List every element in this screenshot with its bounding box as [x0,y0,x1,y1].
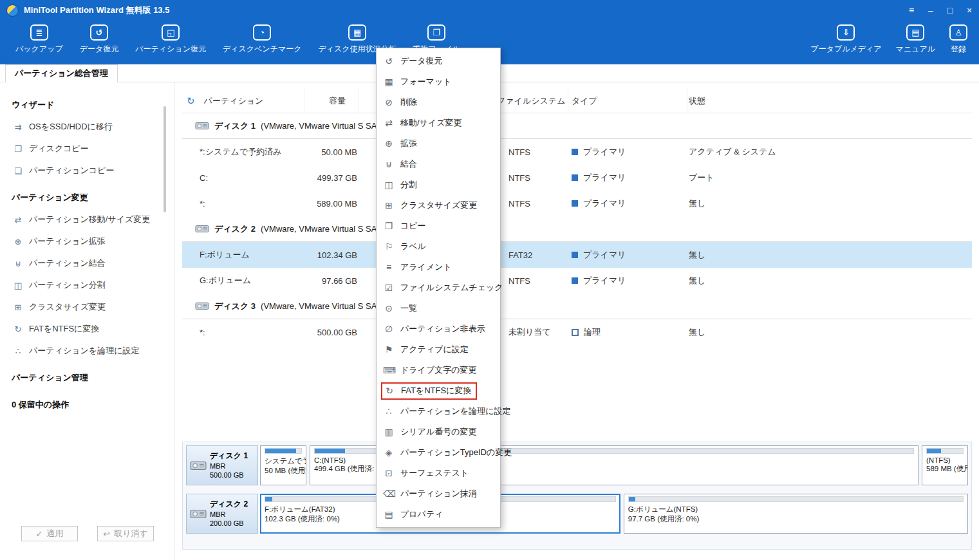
toolbar-item-label: パーティション復元 [135,44,206,55]
toolbar-item-partition-recovery[interactable]: ◱パーティション復元 [135,24,206,55]
context-menu-item-set-logical[interactable]: ∴パーティションを論理に設定 [377,401,500,422]
context-menu-item-change-type-id[interactable]: ◈パーティションTypeIDの変更 [377,442,500,463]
sidebar-item-move-resize[interactable]: ⇄パーティション移動/サイズ変更 [0,209,174,230]
context-menu-item-convert-fat-ntfs[interactable]: ↻FATをNTFSに変換 [377,380,500,401]
partition-row[interactable]: *:システムで予約済み50.00 MBNTFSプライマリアクティブ & システム [182,139,972,165]
tab-partition-management[interactable]: パーティション総合管理 [5,64,118,82]
context-menu-item-merge[interactable]: ⊎結合 [377,154,500,174]
sidebar-item-extend[interactable]: ⊕パーティション拡張 [0,230,174,252]
context-menu-item-hide-partition[interactable]: ∅パーティション非表示 [377,319,500,339]
context-menu-item-align[interactable]: ≡アライメント [377,257,500,277]
merge-icon: ⊎ [13,259,23,268]
check-file-system-icon: ☑ [383,283,395,293]
sidebar-item-partition-copy[interactable]: ❏パーティションコピー [0,160,174,182]
context-menu-item-format[interactable]: ▦フォーマット [377,71,500,92]
filesystem-cell: FAT32 [494,242,568,268]
context-menu-item-check-file-system[interactable]: ☑ファイルシステムチェック [377,277,500,298]
partition-row[interactable]: *:589.00 MBNTFSプライマリ無し [182,191,972,216]
close-button[interactable]: × [960,0,979,21]
pending-action-buttons: ✓ 適用 ↩ 取り消す [21,526,154,541]
disk-icon [190,459,207,472]
primary-square-icon [572,277,578,284]
context-menu-item-surface-test[interactable]: ⊡サーフェステスト [377,463,500,483]
disk-icon [190,507,207,521]
register-icon: ♙ [949,24,967,41]
context-menu-item-copy[interactable]: ❐コピー [377,216,500,236]
cluster-size-icon: ⊞ [13,303,23,312]
column-header-filesystem[interactable]: ファイルシステム [494,89,568,113]
column-header-filesystem-label: ファイルシステム [497,95,565,107]
disk-group-header[interactable]: ディスク 3(VMware, VMware Virtual S SAS, MBR… [182,294,972,319]
toolbar-item-register[interactable]: ♙登録 [949,24,967,55]
convert-fat-ntfs-icon: ↻ [13,324,23,334]
disk-map-partition[interactable]: G:ボリューム(NTFS)97.7 GB (使用済: 0%) [624,494,968,534]
maximize-button[interactable]: □ [940,0,960,21]
context-menu-item-label: FATをNTFSに変換 [401,385,471,397]
context-menu-item-properties[interactable]: ▤プロパティ [377,504,500,525]
context-menu-item-cluster-size[interactable]: ⊞クラスタサイズ変更 [377,195,500,216]
refresh-icon[interactable]: ↻ [187,95,195,107]
context-menu-item-delete[interactable]: ⊘削除 [377,92,500,113]
disk-map-legend-2[interactable]: ディスク 2MBR200.00 GB [186,494,258,534]
disk-map-legend-1[interactable]: ディスク 1MBR500.00 GB [186,445,258,485]
sidebar-item-merge[interactable]: ⊎パーティション結合 [0,252,174,274]
split-icon: ◫ [13,281,23,290]
toolbar-item-manual[interactable]: ▤マニュアル [896,24,935,55]
disk-map-disk-name: ディスク 1 [210,451,248,462]
context-menu-item-split[interactable]: ◫分割 [377,174,500,195]
sidebar-item-split[interactable]: ◫パーティション分割 [0,274,174,296]
partition-table: ↻ パーティション 容量 ファイルシステム タイプ 状態 [182,89,972,345]
apply-button[interactable]: ✓ 適用 [21,526,78,541]
partition-row[interactable]: C:499.37 GBNTFSプライマリブート [182,165,972,191]
sidebar-item-migrate-os[interactable]: ⇉OSをSSD/HDDに移行 [0,116,174,138]
partition-row[interactable]: G:ボリューム97.66 GBNTFSプライマリ無し [182,268,972,294]
usage-fill [315,449,345,453]
partition-row[interactable]: F:ボリューム102.34 GBFAT32プライマリ無し [182,242,972,268]
type-cell: プライマリ [568,139,687,165]
apply-icon: ✓ [36,529,43,539]
context-menu-item-label: 一覧 [400,303,417,314]
column-header-capacity[interactable]: 容量 [304,89,359,113]
context-menu-item-move-resize[interactable]: ⇄移動/サイズ変更 [377,113,500,133]
disk-map-partition[interactable]: システムで予約50 MB (使用済 [260,445,306,485]
status-cell: アクティブ & システム [687,139,972,165]
undo-button[interactable]: ↩ 取り消す [97,526,154,541]
sidebar-item-convert-fat-ntfs[interactable]: ↻FATをNTFSに変換 [0,318,174,340]
context-menu-item-explore[interactable]: ⊙一覧 [377,298,500,319]
disk-group-header[interactable]: ディスク 2(VMware, VMware Virtual S SAS, MBR… [182,216,972,242]
context-menu-item-wipe-partition[interactable]: ⌫パーティション抹消 [377,483,500,504]
disk-map-partition[interactable]: (NTFS)589 MB (使用 [922,445,968,485]
context-menu-item-change-letter[interactable]: ⌨ドライブ文字の変更 [377,360,500,380]
sidebar-item-cluster-size[interactable]: ⊞クラスタサイズ変更 [0,296,174,318]
minimize-button[interactable]: – [921,0,940,21]
toolbar-item-data-recovery[interactable]: ↺データ復元 [80,24,119,55]
partition-cell: *: [182,191,304,216]
context-menu-item-extend[interactable]: ⊕拡張 [377,133,500,154]
context-menu-item-label[interactable]: ⚐ラベル [377,236,500,257]
column-header-type[interactable]: タイプ [568,89,687,113]
sidebar-scrollbar[interactable] [163,106,166,212]
column-header-partition[interactable]: ↻ パーティション [182,89,304,113]
type-cell: プライマリ [568,268,687,294]
sidebar-item-disk-copy[interactable]: ❐ディスクコピー [0,138,174,160]
toolbar-item-bootable-media[interactable]: ⇩ブータブルメディア [810,24,881,55]
toolbar-item-disk-benchmark[interactable]: ◔ディスクベンチマーク [223,24,302,55]
change-letter-icon: ⌨ [383,365,395,375]
sidebar-sections: ウィザード⇉OSをSSD/HDDに移行❐ディスクコピー❏パーティションコピーパー… [0,94,174,389]
context-menu-item-change-serial[interactable]: ▥シリアル番号の変更 [377,422,500,442]
partition-row[interactable]: *:500.00 GB未割り当て論理無し [182,319,972,345]
maximize-icon: □ [947,5,953,15]
context-menu-item-label: 削除 [400,97,417,108]
sidebar-item-set-logical[interactable]: ∴パーティションを論理に設定 [0,340,174,362]
disk-group-header[interactable]: ディスク 1(VMware, VMware Virtual S SAS, MBR… [182,113,972,139]
context-menu-item-set-active[interactable]: ⚑アクティブに設定 [377,339,500,360]
context-menu-item-data-recovery[interactable]: ↺データ復元 [377,51,500,71]
disk-map-scheme: MBR [210,510,248,519]
menu-button[interactable]: ≡ [902,0,921,21]
toolbar-item-backup[interactable]: ≣バックアップ [15,24,63,55]
column-header-status[interactable]: 状態 [687,89,972,113]
toolbar-item-label: 登録 [951,44,966,55]
usage-fill [629,497,635,501]
format-icon: ▦ [383,77,395,87]
type-label: 論理 [584,326,601,338]
